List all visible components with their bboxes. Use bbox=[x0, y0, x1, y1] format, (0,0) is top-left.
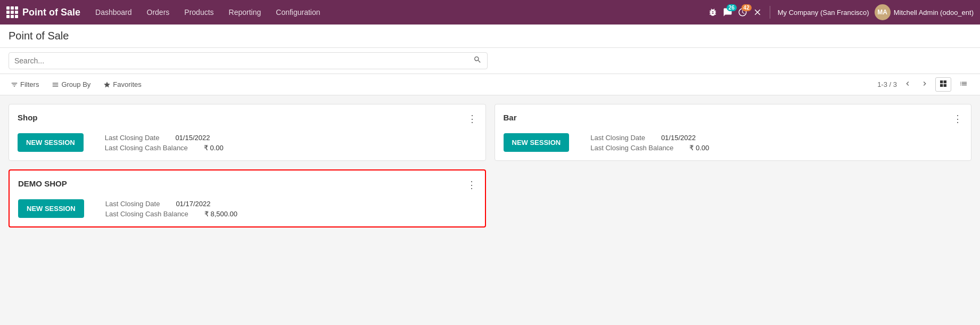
card-body-bar: NEW SESSION Last Closing Date 01/15/2022… bbox=[504, 133, 963, 152]
date-label-demo-shop: Last Closing Date bbox=[105, 200, 160, 208]
nav-reporting[interactable]: Reporting bbox=[223, 6, 268, 19]
next-page-button[interactable] bbox=[918, 78, 931, 91]
search-icon[interactable] bbox=[473, 55, 482, 66]
pos-cards-grid: Shop ⋮ NEW SESSION Last Closing Date 01/… bbox=[9, 104, 971, 228]
app-name: Point of Sale bbox=[22, 7, 80, 18]
new-session-bar[interactable]: NEW SESSION bbox=[504, 133, 570, 152]
app-logo[interactable]: Point of Sale bbox=[6, 6, 80, 18]
nav-configuration[interactable]: Configuration bbox=[269, 6, 326, 19]
date-label-shop: Last Closing Date bbox=[105, 134, 160, 142]
main-content: Shop ⋮ NEW SESSION Last Closing Date 01/… bbox=[0, 95, 980, 325]
user-menu[interactable]: MA Mitchell Admin (odoo_ent) bbox=[875, 4, 974, 20]
pos-card-shop: Shop ⋮ NEW SESSION Last Closing Date 01/… bbox=[9, 104, 486, 161]
card-header-bar: Bar ⋮ bbox=[504, 113, 963, 125]
info-row-date-demo-shop: Last Closing Date 01/17/2022 bbox=[105, 200, 247, 208]
info-row-cash-demo-shop: Last Closing Cash Balance ₹ 8,500.00 bbox=[105, 210, 247, 218]
cash-label-demo-shop: Last Closing Cash Balance bbox=[105, 210, 188, 218]
prev-page-button[interactable] bbox=[901, 78, 914, 91]
date-value-bar: 01/15/2022 bbox=[661, 134, 704, 142]
nav-divider bbox=[770, 6, 770, 19]
grid-menu-icon[interactable] bbox=[6, 6, 18, 18]
filter-row: Filters Group By Favorites 1-3 / 3 bbox=[0, 74, 980, 95]
top-nav-right: 26 42 My Company (San Francisco) MA Mitc… bbox=[708, 4, 974, 20]
pos-card-bar: Bar ⋮ NEW SESSION Last Closing Date 01/1… bbox=[495, 104, 972, 161]
nav-products[interactable]: Products bbox=[178, 6, 220, 19]
kanban-view-button[interactable] bbox=[935, 77, 951, 92]
clock-icon-btn[interactable]: 42 bbox=[738, 7, 747, 17]
new-session-shop[interactable]: NEW SESSION bbox=[18, 133, 84, 152]
top-navigation: Point of Sale Dashboard Orders Products … bbox=[0, 0, 980, 25]
card-menu-shop[interactable]: ⋮ bbox=[467, 113, 477, 125]
bug-icon-btn[interactable] bbox=[708, 7, 718, 17]
favorites-button[interactable]: Favorites bbox=[101, 79, 143, 90]
list-view-button[interactable] bbox=[956, 77, 971, 92]
card-info-demo-shop: Last Closing Date 01/17/2022 Last Closin… bbox=[105, 200, 247, 218]
info-row-cash-shop: Last Closing Cash Balance ₹ 0.00 bbox=[105, 144, 246, 152]
cash-value-shop: ₹ 0.00 bbox=[204, 144, 246, 152]
date-value-demo-shop: 01/17/2022 bbox=[176, 200, 218, 208]
avatar-initials: MA bbox=[877, 9, 887, 16]
cash-label-shop: Last Closing Cash Balance bbox=[105, 144, 188, 152]
info-row-date-shop: Last Closing Date 01/15/2022 bbox=[105, 134, 246, 142]
chat-icon-btn[interactable]: 26 bbox=[723, 7, 732, 17]
search-input[interactable] bbox=[14, 56, 473, 65]
subheader: Point of Sale bbox=[0, 25, 980, 48]
nav-orders[interactable]: Orders bbox=[141, 6, 176, 19]
pagination-info: 1-3 / 3 bbox=[877, 80, 897, 88]
card-body-demo-shop: NEW SESSION Last Closing Date 01/17/2022… bbox=[18, 199, 476, 218]
card-menu-bar[interactable]: ⋮ bbox=[953, 113, 962, 125]
card-title-demo-shop: DEMO SHOP bbox=[18, 179, 67, 188]
card-title-shop: Shop bbox=[18, 113, 38, 122]
date-value-shop: 01/15/2022 bbox=[175, 134, 218, 142]
search-row bbox=[0, 48, 980, 74]
date-label-bar: Last Closing Date bbox=[590, 134, 645, 142]
card-info-bar: Last Closing Date 01/15/2022 Last Closin… bbox=[590, 134, 732, 152]
filter-buttons: Filters Group By Favorites bbox=[9, 79, 144, 90]
cash-value-bar: ₹ 0.00 bbox=[689, 144, 732, 152]
filters-button[interactable]: Filters bbox=[9, 79, 41, 90]
group-by-button[interactable]: Group By bbox=[50, 79, 93, 90]
cash-label-bar: Last Closing Cash Balance bbox=[590, 144, 673, 152]
close-icon-btn[interactable] bbox=[753, 7, 762, 17]
clock-badge: 42 bbox=[742, 4, 752, 11]
card-header-demo-shop: DEMO SHOP ⋮ bbox=[18, 179, 476, 191]
company-name: My Company (San Francisco) bbox=[778, 9, 869, 17]
card-header-shop: Shop ⋮ bbox=[18, 113, 477, 125]
info-row-date-bar: Last Closing Date 01/15/2022 bbox=[590, 134, 732, 142]
pos-card-demo-shop: DEMO SHOP ⋮ NEW SESSION Last Closing Dat… bbox=[9, 169, 486, 228]
view-controls: 1-3 / 3 bbox=[877, 77, 971, 92]
chat-badge: 26 bbox=[727, 4, 737, 11]
avatar: MA bbox=[875, 4, 891, 20]
username: Mitchell Admin (odoo_ent) bbox=[894, 9, 974, 17]
top-menu: Dashboard Orders Products Reporting Conf… bbox=[89, 6, 708, 19]
card-title-bar: Bar bbox=[504, 113, 517, 122]
info-row-cash-bar: Last Closing Cash Balance ₹ 0.00 bbox=[590, 144, 732, 152]
cash-value-demo-shop: ₹ 8,500.00 bbox=[204, 210, 247, 218]
card-info-shop: Last Closing Date 01/15/2022 Last Closin… bbox=[105, 134, 246, 152]
nav-dashboard[interactable]: Dashboard bbox=[89, 6, 138, 19]
card-body-shop: NEW SESSION Last Closing Date 01/15/2022… bbox=[18, 133, 477, 152]
new-session-demo-shop[interactable]: NEW SESSION bbox=[18, 199, 84, 218]
card-menu-demo-shop[interactable]: ⋮ bbox=[467, 179, 476, 191]
page-title: Point of Sale bbox=[9, 30, 69, 42]
